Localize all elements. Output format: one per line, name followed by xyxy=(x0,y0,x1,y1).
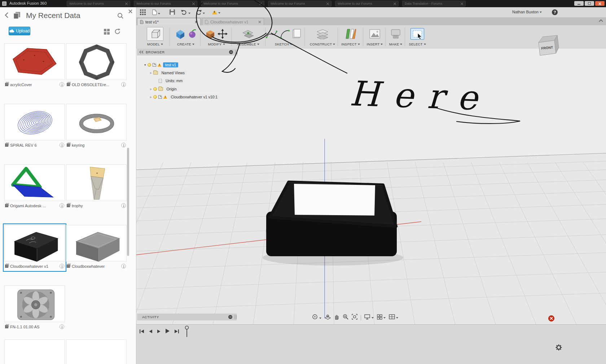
recent-item-tile[interactable]: trophy xyxy=(66,164,127,210)
recent-item-tile[interactable]: Origami Autodesk ... xyxy=(4,164,65,210)
close-icon[interactable] xyxy=(259,3,262,5)
tree-row-root[interactable]: ▾ test v1 xyxy=(144,62,178,68)
tree-row-origin[interactable]: ▹ Origin xyxy=(150,86,179,92)
grid-view-icon[interactable] xyxy=(104,29,110,35)
save-icon[interactable] xyxy=(170,9,175,15)
make-3dprint-icon[interactable] xyxy=(391,29,401,39)
recent-item-tile[interactable]: keyring xyxy=(66,104,127,149)
timeline-step-forward-button[interactable] xyxy=(157,329,161,335)
info-icon[interactable] xyxy=(60,264,64,268)
ribbon-group-create[interactable]: CREATE xyxy=(170,26,201,46)
info-icon[interactable] xyxy=(121,264,126,268)
visibility-bulb-icon[interactable] xyxy=(148,63,151,67)
collapsed-arrow-icon[interactable]: ▹ xyxy=(150,95,152,99)
panel-opacity-toggle[interactable] xyxy=(229,50,233,54)
joint-icon[interactable] xyxy=(242,28,254,39)
recent-item-tile[interactable]: SPIRAL REV 6 xyxy=(4,104,65,149)
close-icon[interactable] xyxy=(258,21,261,23)
viewports-icon[interactable] xyxy=(389,314,398,321)
panel-drag-grip[interactable] xyxy=(235,315,237,319)
timeline-position-marker[interactable] xyxy=(184,325,190,339)
ribbon-group-insert[interactable]: INSERT xyxy=(364,26,386,46)
activity-toggle[interactable] xyxy=(228,315,232,319)
viewport-canvas[interactable] xyxy=(136,49,606,324)
help-icon[interactable]: ? xyxy=(552,9,558,15)
titlebar-tab[interactable]: Welcome to our Forums xyxy=(335,1,399,6)
panel-drag-grip[interactable] xyxy=(236,50,237,54)
tree-label[interactable]: Origin xyxy=(164,86,179,92)
collapse-left-icon[interactable] xyxy=(139,50,144,54)
info-icon[interactable] xyxy=(60,324,64,329)
pan-hand-icon[interactable] xyxy=(334,314,339,321)
close-icon[interactable] xyxy=(461,3,463,5)
settings-gear-icon[interactable] xyxy=(556,344,562,352)
create-form-icon[interactable] xyxy=(188,29,197,39)
browser-panel-header[interactable]: BROWSER xyxy=(137,49,237,56)
recent-item-tile[interactable]: Cloudboxwhatever xyxy=(66,225,127,270)
timeline-skip-start-button[interactable] xyxy=(139,329,144,335)
ribbon-group-construct[interactable]: CONSTRUCT xyxy=(305,26,340,46)
titlebar-tab[interactable]: Welcome to our Forums xyxy=(67,1,130,6)
panel-scrollbar[interactable] xyxy=(127,148,129,256)
visibility-bulb-icon[interactable] xyxy=(153,87,157,91)
ribbon-group-make[interactable]: MAKE xyxy=(386,26,405,46)
close-icon[interactable] xyxy=(394,3,396,5)
fit-icon[interactable] xyxy=(352,314,357,321)
panel-close-icon[interactable] xyxy=(128,9,132,13)
timeline-skip-end-button[interactable] xyxy=(174,329,179,335)
construction-plane-icon[interactable] xyxy=(316,28,329,39)
data-stack-icon[interactable] xyxy=(13,12,22,19)
insert-image-icon[interactable] xyxy=(369,29,380,39)
grid-settings-icon[interactable] xyxy=(377,314,386,321)
model-workspace-icon[interactable] xyxy=(147,27,163,41)
job-status-warning-icon[interactable] xyxy=(212,9,220,16)
press-pull-icon[interactable] xyxy=(205,29,215,39)
create-solid-icon[interactable] xyxy=(175,28,186,39)
info-icon[interactable] xyxy=(60,203,64,208)
info-icon[interactable] xyxy=(121,82,126,87)
measure-icon[interactable] xyxy=(345,28,356,39)
visibility-bulb-icon[interactable] xyxy=(153,95,157,99)
search-icon[interactable] xyxy=(117,13,124,19)
info-icon[interactable] xyxy=(60,82,64,87)
timeline-play-button[interactable] xyxy=(165,328,170,335)
minimize-button[interactable] xyxy=(574,1,584,6)
arc-icon[interactable] xyxy=(280,28,290,39)
file-menu-icon[interactable] xyxy=(152,9,160,17)
tree-row-cloudbox[interactable]: ▹ Cloudboxwhatever v1 v10:1 xyxy=(150,94,220,100)
close-icon[interactable] xyxy=(125,3,128,5)
activity-bar[interactable]: ACTIVITY xyxy=(137,314,237,320)
tree-row-units[interactable]: Units: mm xyxy=(159,77,185,84)
collapsed-arrow-icon[interactable]: ▹ xyxy=(150,87,152,91)
refresh-icon[interactable] xyxy=(114,28,121,35)
sheet-stack-icon[interactable] xyxy=(292,28,302,39)
recent-item-tile-partial[interactable] xyxy=(66,339,127,364)
apps-grid-icon[interactable] xyxy=(140,9,146,15)
document-tab[interactable]: Cloudboxwhatever v1 xyxy=(202,18,264,25)
titlebar-tab[interactable]: Welcome to our Forums xyxy=(134,1,197,6)
info-icon[interactable] xyxy=(121,203,126,208)
ribbon-group-inspect[interactable]: INSPECT xyxy=(338,26,363,46)
ribbon-group-modify[interactable]: MODIFY xyxy=(201,26,232,46)
redo-icon[interactable] xyxy=(196,9,205,16)
zoom-icon[interactable] xyxy=(343,314,348,321)
timeline-step-back-button[interactable] xyxy=(149,329,153,335)
maximize-button[interactable] xyxy=(585,1,594,6)
move-icon[interactable] xyxy=(218,29,228,39)
tree-label[interactable]: Cloudboxwhatever v1 v10:1 xyxy=(169,94,220,99)
tree-label[interactable]: test v1 xyxy=(163,62,179,67)
tree-label[interactable]: Units: mm xyxy=(163,78,185,83)
close-icon[interactable] xyxy=(326,3,329,5)
spline-icon[interactable] xyxy=(265,28,278,39)
tree-label[interactable]: Named Views xyxy=(159,70,187,75)
close-icon[interactable] xyxy=(195,21,198,23)
recent-item-tile[interactable]: FN-1.1 01.00 AS xyxy=(4,285,65,331)
recent-item-tile[interactable]: acrylicCover xyxy=(4,43,65,89)
recent-item-tile[interactable]: OLD OBSOLETEre... xyxy=(66,43,127,89)
info-icon[interactable] xyxy=(121,143,126,147)
back-icon[interactable] xyxy=(4,12,9,18)
close-icon[interactable] xyxy=(192,3,195,5)
expanded-arrow-icon[interactable]: ▾ xyxy=(144,63,146,67)
display-settings-icon[interactable] xyxy=(364,314,374,321)
3d-model-box[interactable] xyxy=(263,182,403,266)
